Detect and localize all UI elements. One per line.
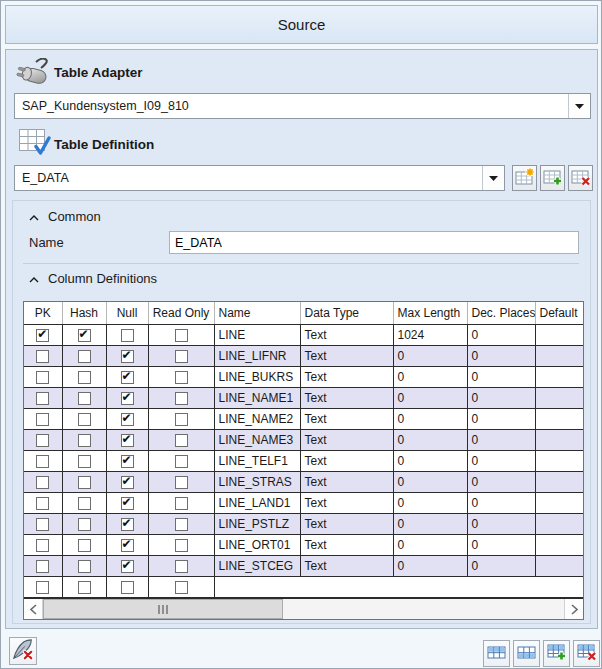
cell-data-type[interactable]: Text [300,388,393,409]
pk-cell[interactable] [24,451,62,472]
cell-max-length[interactable]: 0 [393,514,467,535]
name-input[interactable] [169,231,579,254]
cell-name[interactable]: LINE_NAME3 [214,430,300,451]
read-only-cell[interactable] [148,388,214,409]
hash-checkbox[interactable] [78,434,91,447]
null-checkbox[interactable] [121,434,134,447]
null-cell[interactable] [106,556,148,577]
read-only-checkbox[interactable] [175,560,188,573]
cell-data-type[interactable]: Text [300,409,393,430]
cell-name[interactable]: LINE_LAND1 [214,493,300,514]
scrollbar-thumb[interactable] [43,599,283,619]
cell-max-length[interactable]: 0 [393,367,467,388]
cell-data-type[interactable]: Text [300,472,393,493]
pk-cell[interactable] [24,325,62,346]
hash-cell[interactable] [62,367,106,388]
common-section-header[interactable]: Common [29,209,101,224]
hash-cell[interactable] [62,514,106,535]
horizontal-scrollbar[interactable] [24,598,583,619]
null-cell[interactable] [106,388,148,409]
cell-default[interactable] [535,514,583,535]
cell-dec-places[interactable]: 0 [467,367,535,388]
null-checkbox[interactable] [121,413,134,426]
read-only-cell[interactable] [148,325,214,346]
pk-cell[interactable] [24,514,62,535]
read-only-cell[interactable] [148,409,214,430]
hash-cell[interactable] [62,388,106,409]
cell-default[interactable] [535,430,583,451]
add-table-definition-button[interactable] [540,165,565,191]
read-only-cell[interactable] [148,493,214,514]
cell-dec-places[interactable]: 0 [467,472,535,493]
grid-delete-row-button[interactable] [573,640,600,667]
null-cell[interactable] [106,535,148,556]
hash-cell[interactable] [62,346,106,367]
pk-cell[interactable] [24,472,62,493]
column-definitions-section-header[interactable]: Column Definitions [29,271,157,286]
read-only-cell[interactable] [148,472,214,493]
cell-name[interactable]: LINE_LIFNR [214,346,300,367]
cell-default[interactable] [535,451,583,472]
null-cell[interactable] [106,577,148,598]
read-only-checkbox[interactable] [175,392,188,405]
null-cell[interactable] [106,409,148,430]
cell-max-length[interactable]: 0 [393,472,467,493]
chevron-down-icon[interactable] [482,166,504,190]
column-header-max-length[interactable]: Max Length [393,302,467,325]
cell-default[interactable] [535,388,583,409]
hash-cell[interactable] [62,409,106,430]
pk-checkbox[interactable] [36,329,49,342]
new-table-definition-button[interactable] [512,165,537,191]
pk-cell[interactable] [24,430,62,451]
hash-checkbox[interactable] [78,497,91,510]
hash-cell[interactable] [62,451,106,472]
read-only-checkbox[interactable] [175,434,188,447]
column-header-name[interactable]: Name [214,302,300,325]
null-cell[interactable] [106,514,148,535]
read-only-checkbox[interactable] [175,581,188,594]
null-cell[interactable] [106,430,148,451]
hash-cell[interactable] [62,472,106,493]
null-checkbox[interactable] [121,371,134,384]
cell-data-type[interactable]: Text [300,493,393,514]
hash-checkbox[interactable] [78,560,91,573]
scrollbar-track[interactable] [43,599,564,619]
grid-add-row-button[interactable] [543,640,570,667]
null-checkbox[interactable] [121,518,134,531]
cell-data-type[interactable]: Text [300,514,393,535]
pk-cell[interactable] [24,367,62,388]
cell-data-type[interactable]: Text [300,556,393,577]
read-only-checkbox[interactable] [175,455,188,468]
hash-cell[interactable] [62,577,106,598]
chevron-down-icon[interactable] [568,94,590,118]
pk-checkbox[interactable] [36,518,49,531]
read-only-cell[interactable] [148,514,214,535]
hash-checkbox[interactable] [78,455,91,468]
cell-name[interactable]: LINE_TELF1 [214,451,300,472]
read-only-checkbox[interactable] [175,497,188,510]
pk-checkbox[interactable] [36,455,49,468]
pk-checkbox[interactable] [36,392,49,405]
hash-cell[interactable] [62,325,106,346]
table-adapter-combobox[interactable]: SAP_Kundensystem_I09_810 [14,93,591,119]
cell-dec-places[interactable]: 0 [467,493,535,514]
hash-checkbox[interactable] [78,476,91,489]
null-cell[interactable] [106,451,148,472]
hash-checkbox[interactable] [78,413,91,426]
column-header-hash[interactable]: Hash [62,302,106,325]
cell-default[interactable] [535,493,583,514]
cell-default[interactable] [535,325,583,346]
cell-default[interactable] [535,472,583,493]
pk-checkbox[interactable] [36,413,49,426]
cell-name[interactable]: LINE_PSTLZ [214,514,300,535]
null-checkbox[interactable] [121,560,134,573]
cell-data-type[interactable]: Text [300,325,393,346]
hash-cell[interactable] [62,535,106,556]
hash-checkbox[interactable] [78,392,91,405]
pen-delete-button[interactable] [9,637,37,665]
read-only-checkbox[interactable] [175,476,188,489]
read-only-checkbox[interactable] [175,329,188,342]
cell-default[interactable] [535,346,583,367]
null-checkbox[interactable] [121,539,134,552]
scroll-right-button[interactable] [564,599,583,619]
